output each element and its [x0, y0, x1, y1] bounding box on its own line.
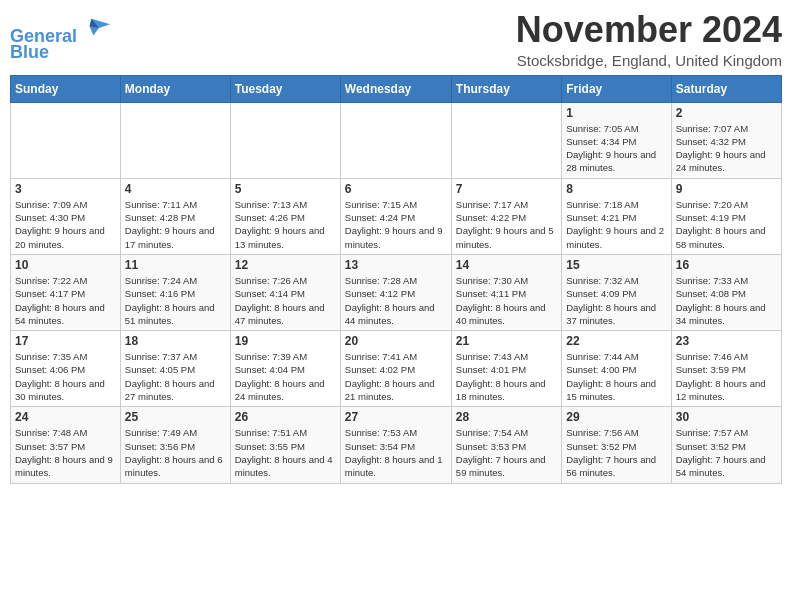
calendar-cell: 15Sunrise: 7:32 AMSunset: 4:09 PMDayligh… [562, 254, 671, 330]
day-number: 17 [15, 334, 116, 348]
day-info: Sunrise: 7:49 AMSunset: 3:56 PMDaylight:… [125, 426, 226, 479]
day-info: Sunrise: 7:46 AMSunset: 3:59 PMDaylight:… [676, 350, 777, 403]
day-info: Sunrise: 7:26 AMSunset: 4:14 PMDaylight:… [235, 274, 336, 327]
day-info: Sunrise: 7:51 AMSunset: 3:55 PMDaylight:… [235, 426, 336, 479]
day-number: 6 [345, 182, 447, 196]
day-info: Sunrise: 7:48 AMSunset: 3:57 PMDaylight:… [15, 426, 116, 479]
day-number: 20 [345, 334, 447, 348]
calendar-cell: 25Sunrise: 7:49 AMSunset: 3:56 PMDayligh… [120, 407, 230, 483]
calendar: SundayMondayTuesdayWednesdayThursdayFrid… [10, 75, 782, 484]
day-info: Sunrise: 7:44 AMSunset: 4:00 PMDaylight:… [566, 350, 666, 403]
calendar-cell: 30Sunrise: 7:57 AMSunset: 3:52 PMDayligh… [671, 407, 781, 483]
calendar-cell [340, 102, 451, 178]
calendar-cell [230, 102, 340, 178]
day-number: 16 [676, 258, 777, 272]
day-number: 12 [235, 258, 336, 272]
calendar-cell: 20Sunrise: 7:41 AMSunset: 4:02 PMDayligh… [340, 331, 451, 407]
day-number: 13 [345, 258, 447, 272]
calendar-cell: 5Sunrise: 7:13 AMSunset: 4:26 PMDaylight… [230, 178, 340, 254]
calendar-cell: 7Sunrise: 7:17 AMSunset: 4:22 PMDaylight… [451, 178, 561, 254]
day-info: Sunrise: 7:56 AMSunset: 3:52 PMDaylight:… [566, 426, 666, 479]
day-number: 21 [456, 334, 557, 348]
col-header-monday: Monday [120, 75, 230, 102]
calendar-cell: 27Sunrise: 7:53 AMSunset: 3:54 PMDayligh… [340, 407, 451, 483]
day-number: 24 [15, 410, 116, 424]
day-number: 10 [15, 258, 116, 272]
day-info: Sunrise: 7:35 AMSunset: 4:06 PMDaylight:… [15, 350, 116, 403]
calendar-cell: 2Sunrise: 7:07 AMSunset: 4:32 PMDaylight… [671, 102, 781, 178]
day-number: 25 [125, 410, 226, 424]
day-number: 2 [676, 106, 777, 120]
day-number: 28 [456, 410, 557, 424]
day-info: Sunrise: 7:32 AMSunset: 4:09 PMDaylight:… [566, 274, 666, 327]
day-info: Sunrise: 7:17 AMSunset: 4:22 PMDaylight:… [456, 198, 557, 251]
calendar-cell: 13Sunrise: 7:28 AMSunset: 4:12 PMDayligh… [340, 254, 451, 330]
calendar-cell: 4Sunrise: 7:11 AMSunset: 4:28 PMDaylight… [120, 178, 230, 254]
day-number: 23 [676, 334, 777, 348]
day-number: 30 [676, 410, 777, 424]
col-header-thursday: Thursday [451, 75, 561, 102]
day-number: 3 [15, 182, 116, 196]
day-number: 29 [566, 410, 666, 424]
title-area: November 2024 Stocksbridge, England, Uni… [516, 10, 782, 69]
logo-bird-icon [84, 14, 112, 42]
day-info: Sunrise: 7:07 AMSunset: 4:32 PMDaylight:… [676, 122, 777, 175]
day-number: 9 [676, 182, 777, 196]
day-info: Sunrise: 7:33 AMSunset: 4:08 PMDaylight:… [676, 274, 777, 327]
day-info: Sunrise: 7:53 AMSunset: 3:54 PMDaylight:… [345, 426, 447, 479]
calendar-cell: 11Sunrise: 7:24 AMSunset: 4:16 PMDayligh… [120, 254, 230, 330]
calendar-cell [451, 102, 561, 178]
calendar-cell: 19Sunrise: 7:39 AMSunset: 4:04 PMDayligh… [230, 331, 340, 407]
day-number: 22 [566, 334, 666, 348]
day-info: Sunrise: 7:09 AMSunset: 4:30 PMDaylight:… [15, 198, 116, 251]
day-number: 15 [566, 258, 666, 272]
calendar-cell [120, 102, 230, 178]
day-number: 11 [125, 258, 226, 272]
calendar-cell: 18Sunrise: 7:37 AMSunset: 4:05 PMDayligh… [120, 331, 230, 407]
day-info: Sunrise: 7:22 AMSunset: 4:17 PMDaylight:… [15, 274, 116, 327]
day-number: 19 [235, 334, 336, 348]
calendar-cell: 23Sunrise: 7:46 AMSunset: 3:59 PMDayligh… [671, 331, 781, 407]
calendar-cell: 29Sunrise: 7:56 AMSunset: 3:52 PMDayligh… [562, 407, 671, 483]
calendar-cell: 16Sunrise: 7:33 AMSunset: 4:08 PMDayligh… [671, 254, 781, 330]
col-header-friday: Friday [562, 75, 671, 102]
day-info: Sunrise: 7:57 AMSunset: 3:52 PMDaylight:… [676, 426, 777, 479]
calendar-cell: 9Sunrise: 7:20 AMSunset: 4:19 PMDaylight… [671, 178, 781, 254]
calendar-cell: 6Sunrise: 7:15 AMSunset: 4:24 PMDaylight… [340, 178, 451, 254]
calendar-cell [11, 102, 121, 178]
day-number: 7 [456, 182, 557, 196]
day-info: Sunrise: 7:43 AMSunset: 4:01 PMDaylight:… [456, 350, 557, 403]
day-info: Sunrise: 7:05 AMSunset: 4:34 PMDaylight:… [566, 122, 666, 175]
calendar-cell: 17Sunrise: 7:35 AMSunset: 4:06 PMDayligh… [11, 331, 121, 407]
month-title: November 2024 [516, 10, 782, 50]
day-info: Sunrise: 7:13 AMSunset: 4:26 PMDaylight:… [235, 198, 336, 251]
day-number: 27 [345, 410, 447, 424]
col-header-sunday: Sunday [11, 75, 121, 102]
calendar-cell: 1Sunrise: 7:05 AMSunset: 4:34 PMDaylight… [562, 102, 671, 178]
day-info: Sunrise: 7:15 AMSunset: 4:24 PMDaylight:… [345, 198, 447, 251]
day-info: Sunrise: 7:39 AMSunset: 4:04 PMDaylight:… [235, 350, 336, 403]
day-info: Sunrise: 7:41 AMSunset: 4:02 PMDaylight:… [345, 350, 447, 403]
day-info: Sunrise: 7:11 AMSunset: 4:28 PMDaylight:… [125, 198, 226, 251]
calendar-cell: 14Sunrise: 7:30 AMSunset: 4:11 PMDayligh… [451, 254, 561, 330]
calendar-cell: 12Sunrise: 7:26 AMSunset: 4:14 PMDayligh… [230, 254, 340, 330]
calendar-cell: 28Sunrise: 7:54 AMSunset: 3:53 PMDayligh… [451, 407, 561, 483]
calendar-cell: 21Sunrise: 7:43 AMSunset: 4:01 PMDayligh… [451, 331, 561, 407]
day-info: Sunrise: 7:54 AMSunset: 3:53 PMDaylight:… [456, 426, 557, 479]
calendar-cell: 3Sunrise: 7:09 AMSunset: 4:30 PMDaylight… [11, 178, 121, 254]
day-info: Sunrise: 7:24 AMSunset: 4:16 PMDaylight:… [125, 274, 226, 327]
day-number: 26 [235, 410, 336, 424]
header: General Blue November 2024 Stocksbridge,… [10, 10, 782, 69]
logo: General Blue [10, 14, 112, 63]
col-header-tuesday: Tuesday [230, 75, 340, 102]
day-info: Sunrise: 7:18 AMSunset: 4:21 PMDaylight:… [566, 198, 666, 251]
col-header-wednesday: Wednesday [340, 75, 451, 102]
day-number: 5 [235, 182, 336, 196]
calendar-cell: 8Sunrise: 7:18 AMSunset: 4:21 PMDaylight… [562, 178, 671, 254]
day-info: Sunrise: 7:20 AMSunset: 4:19 PMDaylight:… [676, 198, 777, 251]
col-header-saturday: Saturday [671, 75, 781, 102]
day-info: Sunrise: 7:30 AMSunset: 4:11 PMDaylight:… [456, 274, 557, 327]
day-info: Sunrise: 7:28 AMSunset: 4:12 PMDaylight:… [345, 274, 447, 327]
day-number: 4 [125, 182, 226, 196]
calendar-cell: 26Sunrise: 7:51 AMSunset: 3:55 PMDayligh… [230, 407, 340, 483]
